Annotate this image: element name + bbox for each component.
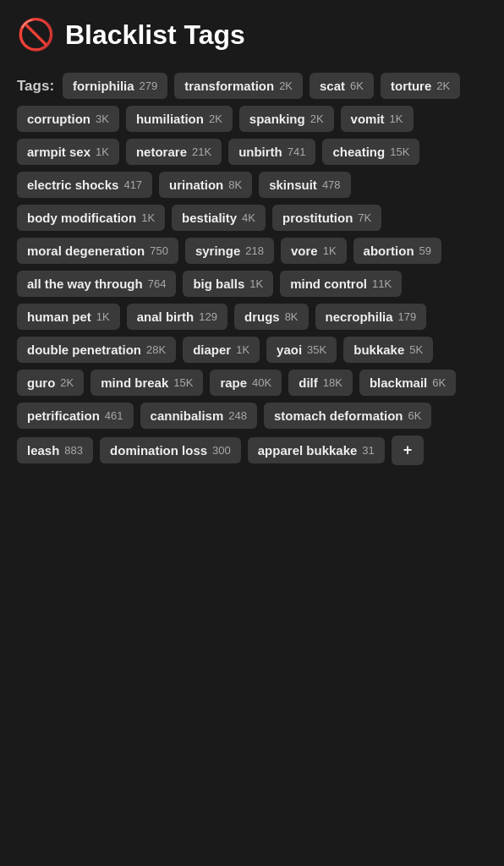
tag-item[interactable]: torture2K <box>381 73 460 99</box>
tag-item[interactable]: netorare21K <box>126 139 222 165</box>
tag-item[interactable]: armpit sex1K <box>17 139 119 165</box>
tag-count: 764 <box>148 277 167 290</box>
tag-label: bukkake <box>353 343 404 357</box>
tag-label: scat <box>320 79 345 93</box>
tag-item[interactable]: big balls1K <box>183 271 273 297</box>
tag-label: abortion <box>364 244 414 258</box>
title-text: Blacklist Tags <box>65 19 245 51</box>
tag-label: domination loss <box>110 443 207 458</box>
tag-label: prostitution <box>282 211 353 225</box>
tag-item[interactable]: rape40K <box>210 370 282 396</box>
tag-label: body modification <box>27 211 136 225</box>
tag-item[interactable]: cannibalism248 <box>140 403 257 429</box>
tag-item[interactable]: prostitution7K <box>272 205 381 231</box>
tag-count: 59 <box>419 244 431 257</box>
tag-label: rape <box>220 375 247 390</box>
tag-label: moral degeneration <box>27 244 145 258</box>
tag-label: unbirth <box>238 145 282 159</box>
tag-count: 3K <box>96 112 109 125</box>
tag-label: drugs <box>244 310 280 324</box>
tag-count: 6K <box>432 376 446 389</box>
tag-item[interactable]: apparel bukkake31 <box>248 437 385 463</box>
tag-count: 218 <box>245 244 264 257</box>
tag-label: diaper <box>193 343 231 357</box>
tag-count: 2K <box>310 112 324 125</box>
tag-item[interactable]: bukkake5K <box>343 337 433 363</box>
tag-item[interactable]: mind control11K <box>280 271 402 297</box>
tag-label: cheating <box>332 145 385 159</box>
tag-item[interactable]: urination8K <box>159 172 252 198</box>
tag-label: vore <box>291 244 318 258</box>
tag-item[interactable]: dilf18K <box>288 370 353 396</box>
tag-count: 31 <box>362 444 374 457</box>
tag-count: 1K <box>390 112 403 125</box>
tag-item[interactable]: bestiality4K <box>172 205 266 231</box>
tag-count: 1K <box>96 310 110 323</box>
tag-count: 4K <box>242 211 255 224</box>
tag-item[interactable]: all the way through764 <box>17 271 176 297</box>
tag-count: 478 <box>322 178 341 191</box>
tag-count: 18K <box>323 376 342 389</box>
tag-item[interactable]: humiliation2K <box>126 106 233 132</box>
tag-item[interactable]: skinsuit478 <box>259 172 350 198</box>
tag-item[interactable]: syringe218 <box>185 238 274 264</box>
tag-count: 28K <box>146 343 166 356</box>
tag-label: guro <box>27 375 55 390</box>
tag-count: 750 <box>150 244 168 257</box>
tag-item[interactable]: transformation2K <box>174 73 303 99</box>
tag-item[interactable]: drugs8K <box>234 304 309 330</box>
tag-item[interactable]: petrification461 <box>17 403 134 429</box>
tag-item[interactable]: blackmail6K <box>359 370 456 396</box>
tag-count: 741 <box>288 145 306 158</box>
tag-count: 6K <box>408 409 421 422</box>
tag-item[interactable]: cheating15K <box>322 139 419 165</box>
tag-item[interactable]: human pet1K <box>17 304 120 330</box>
tag-item[interactable]: necrophilia179 <box>315 304 427 330</box>
tag-item[interactable]: anal birth129 <box>127 304 227 330</box>
tag-count: 1K <box>249 277 263 290</box>
tag-item[interactable]: forniphilia279 <box>63 73 167 99</box>
tag-label: syringe <box>195 244 240 258</box>
tag-item[interactable]: guro2K <box>17 370 84 396</box>
tag-label: skinsuit <box>269 178 317 192</box>
tag-item[interactable]: electric shocks417 <box>17 172 152 198</box>
tag-count: 279 <box>140 79 158 92</box>
tag-label: corruption <box>27 112 90 126</box>
tags-label: Tags: <box>17 78 54 95</box>
tag-count: 1K <box>236 343 249 356</box>
tag-count: 8K <box>228 178 242 191</box>
tag-item[interactable]: scat6K <box>310 73 374 99</box>
tag-count: 2K <box>436 79 450 92</box>
tag-label: all the way through <box>27 277 143 291</box>
tag-count: 35K <box>307 343 326 356</box>
tag-item[interactable]: mind break15K <box>90 370 203 396</box>
tag-item[interactable]: stomach deformation6K <box>264 403 431 429</box>
tag-count: 7K <box>358 211 371 224</box>
tag-label: big balls <box>193 277 244 291</box>
tag-item[interactable]: double penetration28K <box>17 337 176 363</box>
tag-item[interactable]: vomit1K <box>341 106 414 132</box>
tag-item[interactable]: yaoi35K <box>266 337 337 363</box>
tag-item[interactable]: unbirth741 <box>228 139 315 165</box>
tag-item[interactable]: vore1K <box>281 238 347 264</box>
add-tag-button[interactable]: + <box>392 436 425 465</box>
tag-label: petrification <box>27 408 100 423</box>
tag-item[interactable]: leash883 <box>17 437 93 463</box>
tag-item[interactable]: body modification1K <box>17 205 165 231</box>
tag-label: transformation <box>184 79 274 93</box>
tag-label: forniphilia <box>73 79 134 93</box>
page-title: 🚫 Blacklist Tags <box>17 17 487 52</box>
tag-item[interactable]: diaper1K <box>183 337 260 363</box>
tag-label: necrophilia <box>326 310 393 324</box>
tag-item[interactable]: moral degeneration750 <box>17 238 178 264</box>
tag-count: 129 <box>199 310 217 323</box>
tag-label: stomach deformation <box>274 408 403 423</box>
tag-item[interactable]: spanking2K <box>239 106 334 132</box>
tag-count: 15K <box>173 376 193 389</box>
tag-count: 248 <box>228 409 247 422</box>
tag-count: 461 <box>105 409 123 422</box>
tag-label: leash <box>27 443 59 458</box>
tag-item[interactable]: domination loss300 <box>100 437 241 463</box>
tag-item[interactable]: corruption3K <box>17 106 119 132</box>
tag-item[interactable]: abortion59 <box>353 238 441 264</box>
